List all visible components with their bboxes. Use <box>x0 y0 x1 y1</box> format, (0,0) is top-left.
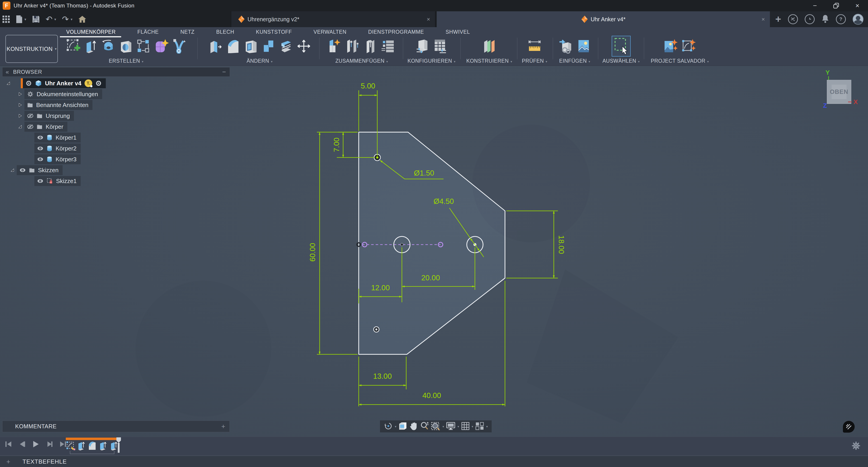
dim-12[interactable]: 12.00 <box>371 284 390 292</box>
configuration-table-icon[interactable] <box>433 39 448 54</box>
tab-close-icon[interactable]: × <box>762 16 765 23</box>
expanded-triangle-icon[interactable] <box>10 168 14 172</box>
browser-row-ursprung[interactable]: Ursprung <box>18 111 74 121</box>
dim-40[interactable]: 40.00 <box>423 391 441 400</box>
model-canvas[interactable]: 5.00 7.00 Ø1.50 Ø4.50 60.00 18.00 20.00 … <box>0 66 868 437</box>
aendern-dropdown[interactable]: ÄNDERN▾ <box>203 58 317 64</box>
tab-blech[interactable]: BLECH <box>216 29 234 35</box>
browser-item-label[interactable]: Skizze1 <box>56 178 76 185</box>
joint-icon[interactable] <box>345 39 360 54</box>
zoom-window-icon[interactable] <box>431 421 440 432</box>
new-component-icon[interactable] <box>328 39 343 54</box>
timeline-settings-gear-icon[interactable] <box>851 441 861 451</box>
combine-icon[interactable] <box>261 39 276 54</box>
text-commands-bar[interactable]: + TEXTBEFEHLE <box>0 456 868 467</box>
eye-icon[interactable] <box>37 157 43 162</box>
konstruktion-dropdown[interactable]: KONSTRUKTION ▾ <box>5 35 58 63</box>
notifications-bell-icon[interactable] <box>822 14 829 24</box>
activate-radio-icon[interactable] <box>26 80 32 86</box>
zoom-icon[interactable] <box>420 421 429 432</box>
browser-item-label[interactable]: Körper <box>46 123 63 130</box>
bom-icon[interactable] <box>381 39 396 54</box>
browser-row-koerper1[interactable]: Körper1 <box>34 133 81 143</box>
timeline-sketch-feature[interactable] <box>66 441 75 451</box>
offset-face-icon[interactable] <box>279 39 293 54</box>
pruefen-dropdown[interactable]: PRÜFEN▾ <box>518 58 552 64</box>
konfigurieren-dropdown[interactable]: KONFIGURIEREN▾ <box>407 58 456 64</box>
construction-plane-icon[interactable] <box>482 39 497 54</box>
browser-row-root[interactable]: Uhr Anker v4 T. <box>6 78 106 88</box>
tab-netz[interactable]: NETZ <box>180 29 194 35</box>
collapsed-triangle-icon[interactable] <box>18 103 22 107</box>
shell-icon[interactable] <box>243 39 258 54</box>
insert-image-icon[interactable] <box>576 39 591 54</box>
move-icon[interactable] <box>296 39 311 54</box>
select-tool-active[interactable] <box>612 36 631 57</box>
tab-shwivel[interactable]: SHWIVEL <box>445 29 470 35</box>
browser-row-benannte-ansichten[interactable]: Benannte Ansichten <box>18 100 92 110</box>
display-settings-icon[interactable] <box>446 422 456 431</box>
eye-off-icon[interactable] <box>27 124 33 129</box>
form-icon[interactable] <box>154 39 169 54</box>
grid-settings-icon[interactable] <box>461 422 470 431</box>
eye-icon[interactable] <box>37 135 43 140</box>
job-status-icon[interactable] <box>788 14 798 24</box>
ai-image-icon[interactable] <box>664 39 679 54</box>
auswaehlen-dropdown[interactable]: AUSWÄHLEN▾ <box>601 58 641 64</box>
dim-4-50[interactable]: Ø4.50 <box>434 197 454 205</box>
dim-1-50[interactable]: Ø1.50 <box>414 169 434 177</box>
expanded-triangle-icon[interactable] <box>18 125 22 129</box>
timeline-playhead[interactable] <box>116 437 122 454</box>
hole-icon[interactable] <box>119 39 133 54</box>
collapsed-triangle-icon[interactable] <box>18 92 22 96</box>
erstellen-dropdown[interactable]: ERSTELLEN▾ <box>63 58 189 64</box>
file-menu-button[interactable]: ▾ <box>16 15 26 23</box>
big-circle-left-center[interactable] <box>401 243 403 246</box>
viewcube[interactable]: OBEN <box>827 80 851 104</box>
look-at-icon[interactable] <box>398 422 407 431</box>
press-pull-icon[interactable] <box>208 39 223 54</box>
browser-item-label[interactable]: Körper3 <box>56 156 76 163</box>
orbit-icon[interactable] <box>384 421 393 432</box>
add-comment-button[interactable]: + <box>221 422 225 430</box>
step-forward-icon[interactable] <box>46 440 53 448</box>
history-clock-icon[interactable] <box>805 14 815 24</box>
pattern-icon[interactable] <box>136 39 151 54</box>
browser-row-dokumenteinstellungen[interactable]: Dokumenteinstellungen <box>18 89 102 99</box>
home-button[interactable] <box>78 16 86 23</box>
as-built-joint-icon[interactable] <box>363 39 378 54</box>
pipe-icon[interactable] <box>172 39 186 54</box>
revolve-icon[interactable] <box>101 39 116 54</box>
collaborator-badge[interactable]: T. <box>85 80 92 87</box>
tab-flaeche[interactable]: FLÄCHE <box>137 29 159 35</box>
extrude-icon[interactable] <box>84 39 98 54</box>
viewcube-face-label[interactable]: OBEN <box>832 85 846 99</box>
browser-item-label[interactable]: Körper1 <box>56 134 76 141</box>
minimize-button[interactable]: − <box>804 0 826 11</box>
ai-sketch-icon[interactable] <box>681 39 696 54</box>
browser-row-skizze1[interactable]: Skizze1 <box>34 176 81 186</box>
save-button[interactable] <box>32 16 40 23</box>
new-document-button[interactable]: + <box>775 13 781 25</box>
redo-button[interactable]: ↷ ▾ <box>62 15 72 23</box>
insert-derive-icon[interactable] <box>559 39 574 54</box>
konstruieren-dropdown[interactable]: KONSTRUIEREN▾ <box>466 58 513 64</box>
project-salvador-dropdown[interactable]: PROJECT SALVADOR▾ <box>650 58 710 64</box>
timeline-extrude-feature[interactable] <box>98 441 108 451</box>
configure-icon[interactable] <box>415 39 430 54</box>
zoom-window-caret-icon[interactable]: ▾ <box>442 425 444 428</box>
document-tab-uhr-anker[interactable]: Uhr Anker v4* × <box>437 11 770 27</box>
measure-icon[interactable] <box>527 39 542 54</box>
grid-settings-caret-icon[interactable]: ▾ <box>472 425 473 428</box>
browser-item-label[interactable]: Ursprung <box>46 113 70 119</box>
dim-20[interactable]: 20.00 <box>421 273 440 282</box>
browser-item-label[interactable]: Körper2 <box>56 145 76 152</box>
close-button[interactable]: × <box>847 0 868 11</box>
document-tab-uhrenergaenzung[interactable]: Uhrenergänzung v2* × <box>231 11 436 27</box>
assistant-chat-icon[interactable] <box>843 421 855 433</box>
tab-kunststoff[interactable]: KUNSTSTOFF <box>256 29 292 35</box>
eye-icon[interactable] <box>20 168 26 173</box>
timeline-extrude-feature[interactable] <box>76 441 86 451</box>
dim-5[interactable]: 5.00 <box>361 82 375 90</box>
viewports-icon[interactable] <box>475 422 484 431</box>
